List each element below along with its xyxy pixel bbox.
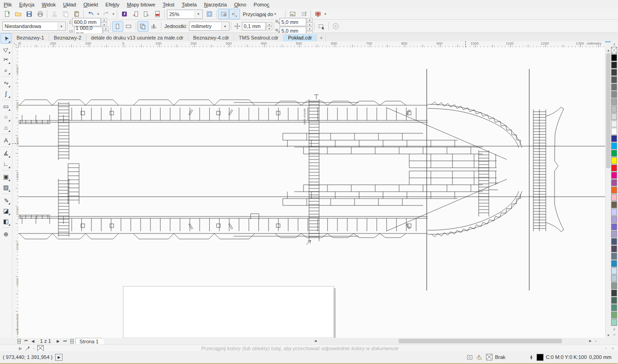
tray-next-icon[interactable]: › bbox=[604, 346, 608, 351]
transparency-tool[interactable]: ▨ bbox=[0, 182, 11, 193]
menu-item-tabela[interactable]: Tabela bbox=[178, 1, 200, 8]
freehand-tool[interactable]: ∿ bbox=[0, 78, 11, 88]
ruler-origin-button[interactable]: ⤡ bbox=[12, 41, 19, 48]
palette-scroll-up-icon[interactable]: ∧ bbox=[611, 41, 618, 47]
palette-color-swatch[interactable] bbox=[611, 297, 617, 304]
palette-color-swatch[interactable] bbox=[611, 290, 617, 296]
palette-color-swatch[interactable] bbox=[611, 275, 617, 282]
palette-color-swatch[interactable] bbox=[611, 113, 617, 120]
coordinates-flyout-button[interactable]: ▶ bbox=[55, 354, 63, 361]
palette-no-color-swatch[interactable] bbox=[611, 47, 617, 54]
outline-pen-icon[interactable] bbox=[528, 354, 534, 360]
apply-to-current-page-button[interactable] bbox=[149, 21, 160, 32]
color-eyedropper-tool[interactable]: ✎ bbox=[0, 195, 11, 205]
pick-tool[interactable]: ➤ bbox=[0, 33, 11, 44]
menu-item-edycja[interactable]: Edycja bbox=[16, 1, 38, 8]
duplicate-x-spinner[interactable]: ▾▴ bbox=[307, 18, 313, 26]
menu-item-tekst[interactable]: Tekst bbox=[159, 1, 178, 8]
palette-color-swatch[interactable] bbox=[611, 179, 617, 186]
palette-expand-icon[interactable]: » bbox=[611, 332, 618, 337]
page-size-preset-combo[interactable]: Niestandardowa ▼ bbox=[2, 22, 66, 31]
import-button[interactable] bbox=[130, 9, 141, 19]
menu-item-narzędzia[interactable]: Narzędzia bbox=[200, 1, 231, 8]
treat-as-filled-button[interactable] bbox=[316, 21, 327, 32]
chevron-down-icon[interactable]: ▼ bbox=[221, 23, 229, 30]
new-document-button[interactable] bbox=[1, 9, 12, 19]
palette-color-swatch[interactable] bbox=[611, 319, 617, 326]
document-tab-active[interactable]: Pokład.cdr bbox=[284, 34, 317, 41]
palette-color-swatch[interactable] bbox=[611, 106, 617, 113]
text-tool[interactable]: A bbox=[0, 135, 11, 146]
dimension-tool[interactable]: ∡ bbox=[0, 148, 11, 159]
palette-color-swatch[interactable] bbox=[611, 142, 617, 149]
palette-color-swatch[interactable] bbox=[611, 62, 617, 68]
zoom-page-button[interactable] bbox=[204, 9, 215, 19]
palette-color-swatch[interactable] bbox=[611, 253, 617, 260]
nudge-offset-spinner[interactable]: ▴▾ bbox=[266, 22, 272, 30]
palette-color-swatch[interactable] bbox=[611, 91, 617, 98]
palette-color-swatch[interactable] bbox=[611, 135, 617, 142]
document-tab[interactable]: Beznazwy-1 bbox=[12, 34, 49, 41]
palette-color-swatch[interactable] bbox=[611, 54, 617, 61]
chevron-down-icon[interactable]: ▼ bbox=[195, 11, 202, 18]
last-page-button[interactable]: ⏭ bbox=[62, 338, 69, 344]
palette-color-swatch[interactable] bbox=[611, 165, 617, 171]
palette-color-swatch[interactable] bbox=[611, 76, 617, 83]
crop-tool[interactable]: ✂ bbox=[0, 54, 11, 65]
show-guidelines-toggle[interactable] bbox=[229, 9, 240, 19]
zoom-tool[interactable]: ⌕ bbox=[0, 65, 11, 75]
ellipse-tool[interactable]: ○ bbox=[0, 112, 11, 122]
document-tab[interactable]: Beznazwy-4.cdr bbox=[189, 34, 234, 41]
print-button[interactable] bbox=[34, 9, 46, 19]
palette-scroll-down-icon[interactable]: ∨ bbox=[611, 326, 618, 332]
drop-shadow-tool[interactable]: ▣ bbox=[0, 171, 11, 182]
units-combo[interactable]: milimetry ▼ bbox=[189, 22, 229, 31]
portrait-orientation-button[interactable] bbox=[112, 21, 123, 32]
scroll-left-button[interactable]: ◀ bbox=[313, 338, 318, 344]
drawing-canvas[interactable]: widok od spodu bbox=[18, 47, 605, 338]
menu-item-obiekt[interactable]: Obiekt bbox=[80, 1, 102, 8]
palette-color-swatch[interactable] bbox=[611, 69, 617, 76]
menu-item-plik[interactable]: Plik bbox=[0, 1, 16, 8]
zoom-corner-icon[interactable]: ⌕ bbox=[593, 338, 599, 344]
document-tab[interactable]: Beznazwy-2 bbox=[49, 34, 86, 41]
palette-color-swatch[interactable] bbox=[611, 282, 617, 289]
save-button[interactable] bbox=[23, 9, 34, 19]
duplicate-distance-x-input[interactable]: 5,0 mm bbox=[280, 18, 306, 26]
fill-none-swatch[interactable] bbox=[486, 354, 492, 360]
menu-item-pomoc[interactable]: Pomoc bbox=[250, 1, 273, 8]
palette-color-swatch[interactable] bbox=[611, 304, 617, 311]
chevron-down-icon[interactable]: ▾ bbox=[323, 9, 327, 19]
palette-color-swatch[interactable] bbox=[611, 209, 617, 216]
palette-color-swatch[interactable] bbox=[611, 312, 617, 318]
horizontal-scrollbar[interactable]: ◀ ▶ ⌕ bbox=[313, 338, 599, 344]
palette-color-swatch[interactable] bbox=[611, 216, 617, 223]
vertical-scroll-thumb[interactable] bbox=[606, 53, 611, 168]
artistic-media-tool[interactable]: ʃ bbox=[0, 88, 11, 99]
palette-color-swatch[interactable] bbox=[611, 150, 617, 157]
previous-page-button[interactable]: ◀ bbox=[29, 338, 36, 344]
tray-more-icon[interactable]: » bbox=[610, 346, 615, 351]
palette-color-swatch[interactable] bbox=[611, 157, 617, 164]
menu-item-widok[interactable]: Widok bbox=[38, 1, 60, 8]
palette-color-swatch[interactable] bbox=[611, 223, 617, 230]
nudge-offset-input[interactable]: 0,1 mm bbox=[242, 22, 266, 30]
shape-tool[interactable]: ▷ bbox=[0, 44, 11, 54]
palette-color-swatch[interactable] bbox=[611, 238, 617, 245]
interactive-fill-tool[interactable]: ◧ bbox=[0, 216, 11, 227]
vertical-scrollbar[interactable]: ▲ ▼ bbox=[605, 47, 611, 338]
palette-color-swatch[interactable] bbox=[611, 120, 617, 127]
palette-color-swatch[interactable] bbox=[611, 187, 617, 193]
palette-color-swatch[interactable] bbox=[611, 128, 617, 135]
add-page-icon[interactable] bbox=[16, 338, 23, 344]
palette-color-swatch[interactable] bbox=[611, 172, 617, 179]
page-width-spinner[interactable]: ▾▴ bbox=[101, 18, 107, 26]
landscape-orientation-button[interactable] bbox=[123, 21, 134, 32]
fill-bucket-icon[interactable] bbox=[475, 354, 482, 361]
apply-to-all-pages-button[interactable] bbox=[137, 21, 149, 32]
next-page-button[interactable]: ▶ bbox=[55, 338, 62, 344]
rectangle-tool[interactable]: ▭ bbox=[0, 101, 11, 112]
app-launcher-button[interactable] bbox=[312, 9, 323, 19]
menu-item-okno[interactable]: Okno bbox=[230, 1, 250, 8]
palette-color-swatch[interactable] bbox=[611, 201, 617, 208]
